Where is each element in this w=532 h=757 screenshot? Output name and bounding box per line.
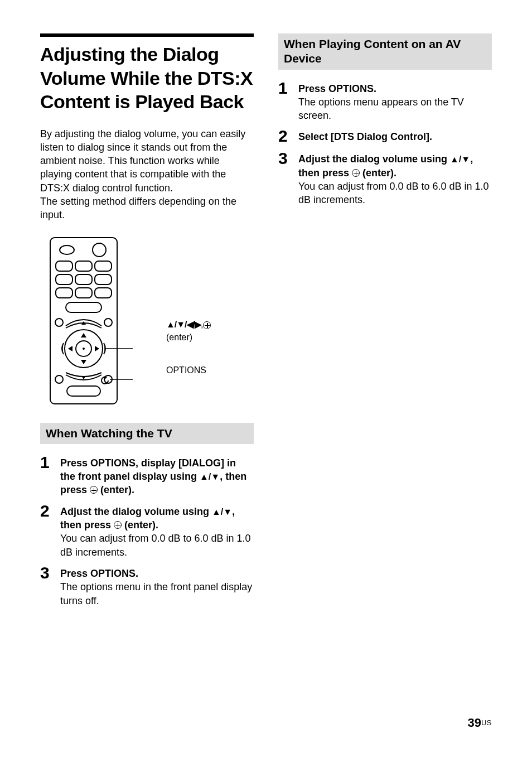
step-bold-text: (enter). xyxy=(98,484,134,495)
svg-rect-7 xyxy=(75,274,92,285)
right-steps: 1 Press OPTIONS. The options menu appear… xyxy=(278,80,492,207)
svg-rect-5 xyxy=(95,261,112,271)
svg-marker-21 xyxy=(95,346,99,351)
page-number: 39 xyxy=(467,716,481,730)
step-bold-text: Press OPTIONS. xyxy=(298,83,376,94)
svg-marker-28 xyxy=(81,376,86,379)
svg-rect-3 xyxy=(56,261,72,271)
page-title: Adjusting the Dialog Volume While the DT… xyxy=(40,42,254,114)
step-number: 2 xyxy=(40,503,60,519)
page-suffix: US xyxy=(481,719,492,727)
step-number: 3 xyxy=(40,565,60,581)
right-subheading: When Playing Content on an AV Device xyxy=(278,33,492,70)
svg-rect-8 xyxy=(95,274,112,285)
step-item: 1 Press OPTIONS. The options menu appear… xyxy=(278,80,492,123)
step-desc: You can adjust from 0.0 dB to 6.0 dB in … xyxy=(60,533,251,557)
svg-rect-9 xyxy=(56,288,72,298)
svg-rect-11 xyxy=(95,288,112,298)
svg-point-13 xyxy=(55,319,63,326)
right-column: When Playing Content on an AV Device 1 P… xyxy=(278,33,492,613)
up-down-icon: ▲/▼ xyxy=(450,155,470,164)
svg-rect-12 xyxy=(66,302,101,312)
remote-callout-enter-text: (enter) xyxy=(166,332,211,344)
enter-icon xyxy=(203,321,211,329)
step-desc: You can adjust from 0.0 dB to 6.0 dB in … xyxy=(298,181,489,205)
step-body: Adjust the dialog volume using ▲/▼, then… xyxy=(60,503,254,559)
step-bold-text: (enter). xyxy=(360,167,396,179)
step-number: 1 xyxy=(278,80,298,97)
svg-rect-29 xyxy=(67,386,100,396)
svg-point-25 xyxy=(55,375,63,383)
step-desc: The options menu in the front panel disp… xyxy=(60,581,252,606)
left-column: Adjusting the Dialog Volume While the DT… xyxy=(40,33,254,613)
step-body: Press OPTIONS. The options menu appears … xyxy=(298,80,492,123)
enter-icon xyxy=(352,169,360,177)
svg-marker-18 xyxy=(81,333,86,337)
step-body: Select [DTS Dialog Control]. xyxy=(298,128,492,143)
arrows-icon: ▲/▼/◀/▶ xyxy=(166,319,201,331)
svg-point-1 xyxy=(60,245,74,254)
left-subheading: When Watching the TV xyxy=(40,423,254,444)
remote-diagram: ▲/▼/◀/▶, (enter) OPTIONS xyxy=(43,234,254,407)
step-item: 3 Adjust the dialog volume using ▲/▼, th… xyxy=(278,150,492,206)
page-footer: 39US xyxy=(467,716,492,730)
remote-icon xyxy=(43,234,166,407)
svg-marker-20 xyxy=(68,346,72,351)
up-down-icon: ▲/▼ xyxy=(200,472,220,481)
svg-point-14 xyxy=(104,319,112,326)
svg-marker-19 xyxy=(81,360,86,364)
left-steps: 1 Press OPTIONS, display [DIALOG] in the… xyxy=(40,454,254,607)
title-rule xyxy=(40,33,254,37)
step-item: 2 Adjust the dialog volume using ▲/▼, th… xyxy=(40,503,254,559)
step-desc: The options menu appears on the TV scree… xyxy=(298,97,464,121)
svg-point-22 xyxy=(83,348,85,350)
step-bold-text: Adjust the dialog volume using xyxy=(298,153,450,165)
step-body: Adjust the dialog volume using ▲/▼, then… xyxy=(298,150,492,206)
svg-rect-6 xyxy=(56,274,72,285)
step-bold-text: Press OPTIONS. xyxy=(60,568,138,579)
enter-icon xyxy=(114,521,122,529)
step-item: 3 Press OPTIONS. The options menu in the… xyxy=(40,565,254,607)
svg-rect-10 xyxy=(75,288,92,298)
step-number: 3 xyxy=(278,150,298,167)
step-bold-text: Select [DTS Dialog Control]. xyxy=(298,131,432,142)
up-down-icon: ▲/▼ xyxy=(212,507,232,517)
remote-callout-dpad: ▲/▼/◀/▶, xyxy=(166,319,211,331)
step-bold-text: Adjust the dialog volume using xyxy=(60,506,212,517)
step-number: 2 xyxy=(278,128,298,144)
step-item: 2 Select [DTS Dialog Control]. xyxy=(278,128,492,144)
step-body: Press OPTIONS, display [DIALOG] in the f… xyxy=(60,454,254,497)
step-number: 1 xyxy=(40,454,60,471)
enter-icon xyxy=(90,486,98,494)
step-body: Press OPTIONS. The options menu in the f… xyxy=(60,565,254,607)
step-bold-text: (enter). xyxy=(122,519,158,531)
remote-callout-options: OPTIONS xyxy=(166,365,211,377)
step-item: 1 Press OPTIONS, display [DIALOG] in the… xyxy=(40,454,254,497)
svg-rect-4 xyxy=(75,261,92,271)
svg-point-2 xyxy=(93,243,106,257)
intro-paragraph: By adjusting the dialog volume, you can … xyxy=(40,127,254,222)
